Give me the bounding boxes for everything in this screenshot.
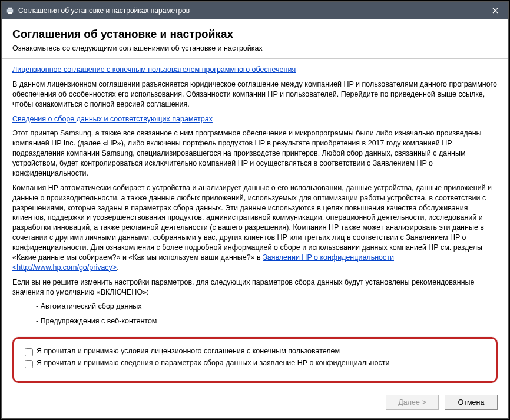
svg-rect-2 (8, 12, 12, 14)
accept-privacy-label[interactable]: Я прочитал и принимаю сведения о парамет… (37, 359, 485, 367)
header: Соглашения об установке и настройках Озн… (2, 19, 508, 59)
data-usage-paragraph: Компания HP автоматически собирает с уст… (12, 183, 498, 273)
titlebar: Соглашения об установке и настройках пар… (2, 2, 508, 19)
eula-link[interactable]: Лицензионное соглашение с конечным польз… (12, 65, 296, 74)
close-button[interactable] (482, 2, 508, 19)
samsung-paragraph: Этот принтер Samsung, а также все связан… (12, 128, 498, 178)
accept-checkboxes: Я прочитал и принимаю условия лицензионн… (12, 337, 498, 383)
page-subheading: Ознакомьтесь со следующими соглашениями … (12, 44, 498, 52)
cancel-button[interactable]: Отмена (445, 395, 498, 410)
installer-dialog: Соглашения об установке и настройках пар… (1, 1, 509, 419)
footer-buttons: Далее > Отмена (2, 389, 508, 418)
next-button[interactable]: Далее > (386, 395, 439, 410)
printer-icon (5, 6, 15, 15)
agreement-scrollpane[interactable]: Лицензионное соглашение с конечным польз… (2, 59, 508, 333)
bullet-auto-collect: - Автоматический сбор данных (36, 302, 498, 312)
accept-eula-label[interactable]: Я прочитал и принимаю условия лицензионн… (37, 347, 485, 355)
datacollection-link[interactable]: Сведения о сборе данных и соответствующи… (12, 115, 213, 123)
defaults-paragraph: Если вы не решите изменить настройки пар… (12, 277, 498, 297)
accept-privacy-checkbox[interactable] (25, 360, 33, 368)
window-title: Соглашения об установке и настройках пар… (18, 6, 482, 15)
content-area: Лицензионное соглашение с конечным польз… (2, 59, 508, 389)
eula-paragraph: В данном лицензионном соглашении разъясн… (12, 80, 498, 110)
bullet-web-warnings: - Предупреждения с веб-контентом (36, 316, 498, 326)
svg-rect-1 (8, 8, 12, 10)
accept-eula-checkbox[interactable] (25, 348, 33, 356)
page-heading: Соглашения об установке и настройках (12, 28, 498, 41)
